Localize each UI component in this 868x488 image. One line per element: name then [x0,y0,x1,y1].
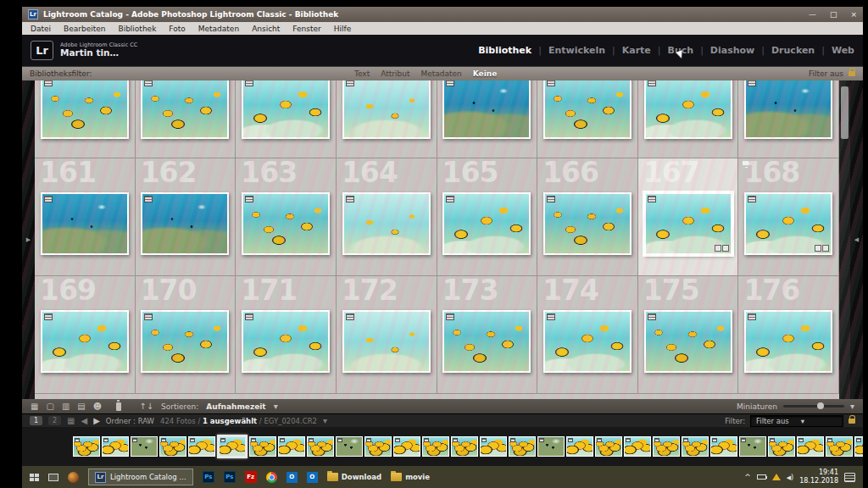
module-buch[interactable]: Buch [668,45,694,56]
photo-thumbnail[interactable] [644,192,732,255]
grid-cell[interactable] [236,80,337,158]
filter-option-text[interactable]: Text [354,69,370,78]
left-panel-reveal[interactable] [22,80,35,399]
photo-thumbnail[interactable] [141,192,229,255]
photo-thumbnail[interactable] [744,310,832,373]
menu-metadaten[interactable]: Metadaten [198,25,239,33]
filter-option-keine[interactable]: Keine [473,69,498,78]
filmstrip-thumbnail[interactable] [336,436,363,457]
painter-spray-icon[interactable] [116,402,121,411]
grid-cell[interactable] [738,80,839,158]
filmstrip-thumbnail[interactable] [537,436,565,457]
menu-bearbeiten[interactable]: Bearbeiten [64,25,105,33]
photo-thumbnail[interactable] [442,310,531,373]
photo-thumbnail[interactable] [644,80,732,139]
network-warning-icon[interactable] [772,474,781,480]
photo-thumbnail[interactable] [442,80,531,139]
photo-thumbnail[interactable] [543,192,632,255]
photo-thumbnail[interactable] [242,310,330,373]
filmstrip-thumbnail[interactable] [595,436,622,457]
grid-cell-172[interactable]: 172 [337,276,437,394]
menu-foto[interactable]: Foto [169,25,185,33]
filter-preset-dropdown[interactable]: Filter aus [809,69,843,78]
photo-thumbnail[interactable] [543,80,632,139]
grid-cell-174[interactable]: 174 [537,276,638,394]
grid-cell-169[interactable]: 169 [35,276,136,394]
grid-cell-168[interactable]: 168 [738,158,839,276]
lock-icon[interactable] [849,71,855,76]
filmstrip-thumbnail[interactable] [278,436,305,457]
photo-thumbnail[interactable] [242,80,330,139]
filmstrip-info[interactable]: 424 Fotos / 1 ausgewählt / EGY_0204.CR2 [160,417,317,425]
filezilla-icon[interactable]: Fz [245,471,257,483]
menu-hilfe[interactable]: Hilfe [334,25,351,33]
filmstrip-thumbnail[interactable] [159,436,186,457]
filmstrip-thumbnail[interactable] [364,436,392,457]
photo-thumbnail[interactable] [744,192,832,255]
module-entwickeln[interactable]: Entwickeln [548,45,605,56]
people-view-icon[interactable] [93,402,102,411]
filmstrip-thumbnail[interactable] [682,436,709,457]
lightroom-task-button[interactable]: Lr Lightroom Catalog … [88,469,193,485]
sort-value-dropdown[interactable]: Aufnahmezeit [206,402,265,411]
photoshop-icon[interactable]: Ps [203,471,214,483]
filmstrip-lock-icon[interactable] [849,419,855,424]
filmstrip-thumbnail[interactable] [73,436,100,457]
download-shortcut[interactable]: Download [327,473,381,481]
filmstrip-thumbnail[interactable] [854,436,863,457]
photo-thumbnail[interactable] [242,192,330,255]
grid-cell-173[interactable]: 173 [437,276,538,394]
app-icon-globe[interactable] [68,472,79,483]
minimize-icon[interactable]: — [809,10,816,19]
close-icon[interactable]: × [850,10,857,19]
outlook-icon-2[interactable]: O [307,472,318,483]
outlook-icon[interactable]: O [287,472,298,483]
grid-cell-164[interactable]: 164 [337,158,437,276]
menu-bibliothek[interactable]: Bibliothek [118,25,156,33]
movie-shortcut[interactable]: movie [391,473,430,481]
sort-caret-icon[interactable] [274,402,278,411]
sort-direction-icon[interactable] [139,402,153,411]
grid-view-icon[interactable] [31,402,38,411]
photo-thumbnail[interactable] [644,310,732,373]
module-karte[interactable]: Karte [622,45,651,56]
filmstrip-thumbnail[interactable] [393,436,420,457]
scrollbar-thumb[interactable] [841,86,849,139]
survey-view-icon[interactable] [77,402,85,411]
grid-cell[interactable] [638,80,739,158]
filmstrip-thumbnail[interactable] [422,436,449,457]
grid-cell-171[interactable]: 171 [236,276,337,394]
thumbnail-size-slider[interactable] [783,405,844,408]
filmstrip-thumbnail[interactable] [217,435,248,458]
chrome-icon[interactable] [266,472,277,483]
filmstrip-thumbnail[interactable] [480,436,507,457]
grid-cell[interactable] [136,80,236,158]
photo-thumbnail[interactable] [342,192,431,255]
filmstrip-thumbnail[interactable] [249,436,276,457]
right-panel-reveal[interactable] [850,80,863,399]
grid-cell[interactable] [537,80,638,158]
grid-scrollbar[interactable] [839,80,850,399]
taskbar-clock[interactable]: 19:41 18.12.2018 [799,469,838,485]
tray-chevron-icon[interactable]: ^ [744,473,751,481]
grid-cell-167[interactable]: 167 [638,158,739,276]
filmstrip-thumbnail[interactable] [102,436,129,457]
module-bibliothek[interactable]: Bibliothek [478,45,531,56]
filmstrip-thumbnail[interactable] [624,436,651,457]
filmstrip-thumbnail[interactable] [131,436,158,457]
filmstrip-thumbnail[interactable] [188,436,215,457]
grid-cell[interactable] [337,80,437,158]
photo-thumbnail[interactable] [41,80,129,139]
grid-cell-170[interactable]: 170 [136,276,236,394]
grid-cell-166[interactable]: 166 [537,158,638,276]
action-center-icon[interactable] [844,473,855,482]
module-web[interactable]: Web [832,45,854,56]
filmstrip-thumbnail[interactable] [739,436,766,457]
grid-cell[interactable] [35,80,136,158]
photo-thumbnail[interactable] [744,80,832,139]
photo-thumbnail[interactable] [543,310,632,373]
grid-cell-176[interactable]: 176 [738,276,839,394]
grid-cell-175[interactable]: 175 [638,276,739,394]
loupe-view-icon[interactable] [46,402,53,411]
grid-cell-163[interactable]: 163 [236,158,337,276]
